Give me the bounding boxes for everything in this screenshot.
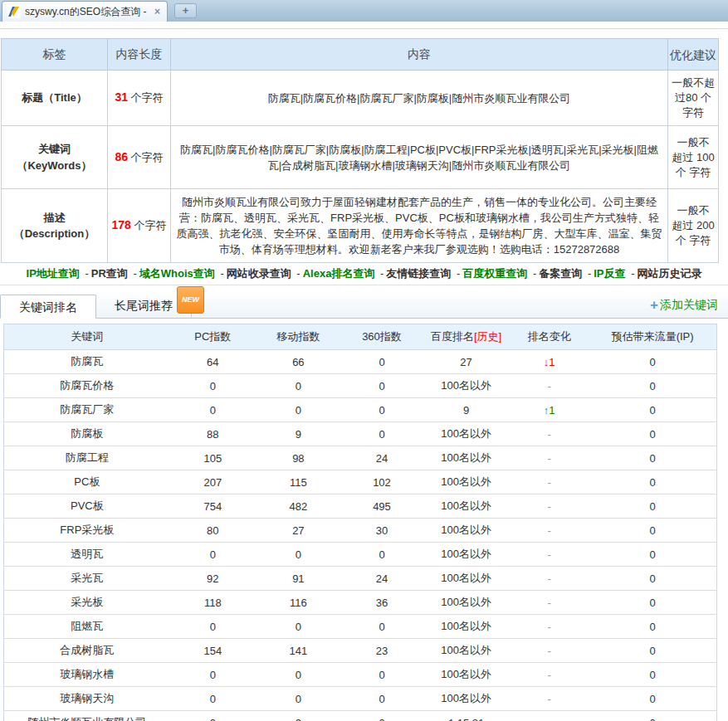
traffic-value: 0 xyxy=(589,398,716,422)
pc-index-value: 0 xyxy=(170,663,256,687)
pc-index-value: 80 xyxy=(170,519,256,543)
traffic-value: 0 xyxy=(589,422,716,446)
360-index-value: 0 xyxy=(341,398,423,422)
360-index-value: 0 xyxy=(341,543,423,567)
keyword-row: 防腐瓦厂家 0 0 0 9 ↑1 0 xyxy=(4,398,717,422)
quick-link[interactable]: IP地址查询 xyxy=(27,266,91,281)
traffic-value: 0 xyxy=(589,639,716,663)
traffic-value: 0 xyxy=(589,591,716,615)
baidu-rank-value: 27 xyxy=(423,350,510,374)
history-link[interactable]: [历史] xyxy=(474,330,501,343)
mobile-index-value: 9 xyxy=(256,422,341,446)
meta-row-description: 描述 （Description） 178 个字符 随州市炎顺瓦业有限公司致力于屋… xyxy=(2,189,719,263)
keywords-char-count: 86 xyxy=(115,150,128,163)
pc-index-value: 88 xyxy=(170,422,256,446)
meta-row-title: 标题（Title） 31 个字符 防腐瓦|防腐瓦价格|防腐瓦厂家|防腐板|随州市… xyxy=(2,71,719,126)
mobile-index-value: 0 xyxy=(256,663,341,687)
description-tag-link[interactable]: 描述 （Description） xyxy=(2,189,108,263)
mobile-index-value: 0 xyxy=(256,711,341,721)
quick-link[interactable]: PR查询 xyxy=(91,266,139,281)
quick-link[interactable]: 百度权重查询 xyxy=(462,266,539,281)
traffic-value: 0 xyxy=(589,687,716,711)
traffic-value: 0 xyxy=(589,494,716,519)
mobile-index-value: 116 xyxy=(256,591,341,615)
rank-change-value: - xyxy=(510,446,589,470)
keywords-tag-link[interactable]: 关键词 （KeyWords） xyxy=(2,126,108,189)
title-length: 31 个字符 xyxy=(108,71,171,126)
add-keyword-button[interactable]: + 添加关键词 xyxy=(650,298,718,313)
mobile-index-value: 66 xyxy=(256,350,341,374)
tab-close-icon[interactable]: × xyxy=(153,6,162,17)
baidu-rank-value: 100名以外 xyxy=(423,663,510,687)
browser-tab-bar: szyswy.cn的SEO综合查询 - 站 × + xyxy=(0,0,728,22)
keyword-row: 玻璃钢天沟 0 0 0 100名以外 - 0 xyxy=(4,687,717,711)
quick-link[interactable]: 备案查询 xyxy=(539,266,594,281)
col-header-content: 内容 xyxy=(171,39,668,71)
baidu-rank-value: 100名以外 xyxy=(423,687,510,711)
360-index-value: 0 xyxy=(341,687,423,711)
pc-index-value: 92 xyxy=(170,567,256,591)
keyword-row: 防腐板 88 9 0 100名以外 - 0 xyxy=(4,422,717,446)
meta-row-keywords: 关键词 （KeyWords） 86 个字符 防腐瓦|防腐瓦价格|防腐瓦厂家|防腐… xyxy=(2,126,719,189)
pc-index-value: 0 xyxy=(170,374,256,398)
360-index-value: 0 xyxy=(341,615,423,639)
baidu-rank-value: 9 xyxy=(423,398,510,422)
col-header-360-index: 360指数 xyxy=(341,324,423,350)
title-tag-link[interactable]: 标题（Title） xyxy=(2,71,108,126)
keyword-row: 随州市炎顺瓦业有限公司 0 0 0 1,15,21 - 0 xyxy=(4,711,717,721)
pc-index-value: 0 xyxy=(170,687,256,711)
mobile-index-value: 0 xyxy=(256,374,341,398)
keyword-name: 采光瓦 xyxy=(4,567,170,591)
mobile-index-value: 482 xyxy=(256,494,341,519)
tab-keyword-rank[interactable]: 关键词排名 xyxy=(0,295,96,319)
quick-link[interactable]: Alexa排名查询 xyxy=(303,266,387,281)
pc-index-value: 0 xyxy=(170,711,256,721)
col-header-tag: 标签 xyxy=(2,39,108,71)
pc-index-value: 105 xyxy=(170,446,256,470)
quick-link[interactable]: 网站历史记录 xyxy=(637,266,701,281)
quick-link[interactable]: 域名Whois查询 xyxy=(139,266,227,281)
360-index-value: 0 xyxy=(341,374,423,398)
quick-link[interactable]: 网站收录查询 xyxy=(227,266,303,281)
mobile-index-value: 0 xyxy=(256,398,341,422)
col-header-suggestion: 优化建议 xyxy=(668,39,719,71)
mobile-index-value: 115 xyxy=(256,470,341,494)
360-index-value: 30 xyxy=(341,519,423,543)
keyword-tab-strip: 关键词排名 长尾词推荐 NEW + 添加关键词 xyxy=(0,294,728,319)
keyword-name: PC板 xyxy=(4,470,170,494)
baidu-rank-value: 1,15,21 xyxy=(423,711,510,721)
quick-link[interactable]: IP反查 xyxy=(594,266,637,281)
rank-change-value: - xyxy=(510,639,589,663)
baidu-rank-value: 100名以外 xyxy=(423,446,510,470)
keyword-row: 防腐瓦价格 0 0 0 100名以外 - 0 xyxy=(4,374,717,398)
pc-index-value: 0 xyxy=(170,615,256,639)
360-index-value: 0 xyxy=(341,422,423,446)
traffic-value: 0 xyxy=(589,615,716,639)
col-header-mobile-index: 移动指数 xyxy=(256,324,341,350)
browser-tab[interactable]: szyswy.cn的SEO综合查询 - 站 × xyxy=(2,1,168,22)
keyword-row: 防腐瓦 64 66 0 27 ↓1 0 xyxy=(4,350,717,374)
chrome-divider xyxy=(0,22,728,29)
pc-index-value: 754 xyxy=(170,494,256,519)
col-header-pc-index: PC指数 xyxy=(170,324,256,350)
mobile-index-value: 0 xyxy=(256,543,341,567)
360-index-value: 0 xyxy=(341,350,423,374)
title-content: 防腐瓦|防腐瓦价格|防腐瓦厂家|防腐板|随州市炎顺瓦业有限公司 xyxy=(171,71,668,126)
rank-change-value: - xyxy=(510,519,589,543)
quick-link[interactable]: 友情链接查询 xyxy=(386,266,462,281)
meta-header-row: 标签 内容长度 内容 优化建议 xyxy=(2,39,719,71)
traffic-value: 0 xyxy=(589,350,716,374)
rank-change-value: - xyxy=(510,687,589,711)
keyword-name: 玻璃钢天沟 xyxy=(4,687,170,711)
keyword-row: 玻璃钢水槽 0 0 0 100名以外 - 0 xyxy=(4,663,717,687)
mobile-index-value: 0 xyxy=(256,687,341,711)
keyword-name: 随州市炎顺瓦业有限公司 xyxy=(4,711,170,721)
pc-index-value: 0 xyxy=(170,543,256,567)
traffic-value: 0 xyxy=(589,711,716,721)
keyword-name: FRP采光板 xyxy=(4,519,170,543)
keyword-name: 防腐工程 xyxy=(4,446,170,470)
baidu-rank-value: 100名以外 xyxy=(423,422,510,446)
new-tab-button[interactable]: + xyxy=(174,3,197,18)
mobile-index-value: 91 xyxy=(256,567,341,591)
tab-longtail[interactable]: 长尾词推荐 NEW xyxy=(96,294,192,318)
